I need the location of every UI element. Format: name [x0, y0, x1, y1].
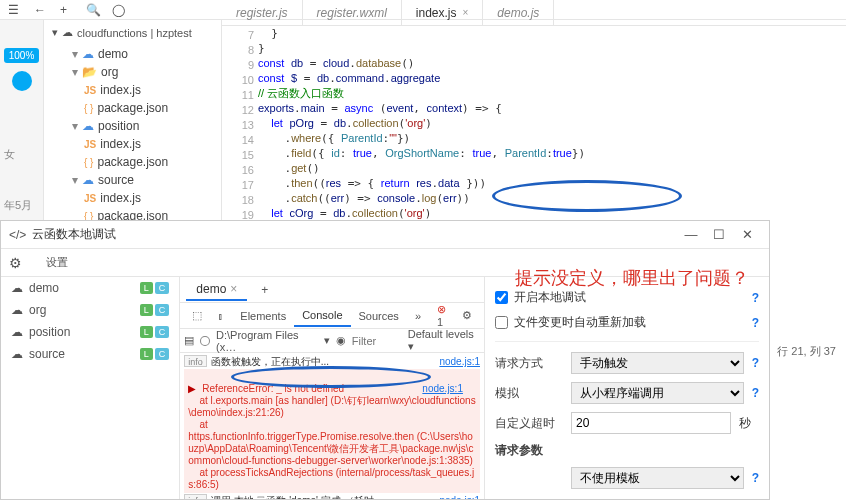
status-bar: 行 21, 列 37 [767, 340, 846, 363]
close-tab-icon[interactable]: × [463, 7, 469, 18]
dev-gear-icon[interactable]: ⚙ [454, 305, 480, 326]
enable-local-debug-row: 开启本地调试 ? [495, 285, 759, 310]
enable-local-checkbox[interactable] [495, 291, 508, 304]
tree-item-package-json[interactable]: { } package.json [44, 99, 221, 117]
tree-item-source[interactable]: ▾ ☁ source [44, 171, 221, 189]
fn-item-demo[interactable]: ☁ demoLC [1, 277, 179, 299]
avatar-icon[interactable] [12, 71, 32, 91]
chevron-down-icon: ▾ [52, 26, 58, 39]
tree-item-index-js[interactable]: JS index.js [44, 189, 221, 207]
cloud-icon: ☁ [11, 325, 23, 339]
code-editor: register.jsregister.wxmlindex.js ×demo.j… [222, 0, 846, 225]
help-icon[interactable]: ? [752, 356, 759, 370]
file-explorer: ▾ ☁ cloudfunctions | hzptest ▾ ☁ demo▾ 📂… [44, 20, 222, 225]
auto-reload-row: 文件变更时自动重新加载 ? [495, 310, 759, 335]
cloud-icon: ☁ [11, 347, 23, 361]
tab-sources[interactable]: Sources [351, 306, 407, 326]
levels-select[interactable]: Default levels ▾ [408, 328, 480, 353]
back-icon[interactable]: ← [34, 3, 48, 17]
gear-icon[interactable]: ⚙ [9, 255, 22, 271]
close-icon[interactable]: ✕ [733, 227, 761, 242]
explorer-header[interactable]: ▾ ☁ cloudfunctions | hzptest [44, 20, 221, 45]
tree-item-org[interactable]: ▾ 📂 org [44, 63, 221, 81]
console-output[interactable]: info函数被触发，正在执行中...node.js:1 ▶ ReferenceE… [180, 353, 484, 499]
cloud-icon: ☁ [62, 26, 73, 39]
label-date: 年5月 [4, 198, 39, 213]
debug-settings-panel: 开启本地调试 ? 文件变更时自动重新加载 ? 请求方式手动触发? 模拟从小程序端… [485, 277, 769, 499]
error-block: ▶ ReferenceError: _ is not defined node.… [184, 369, 480, 493]
tree-item-index-js[interactable]: JS index.js [44, 135, 221, 153]
compass-icon[interactable]: ◯ [112, 3, 126, 17]
tree-item-index-js[interactable]: JS index.js [44, 81, 221, 99]
tree-item-position[interactable]: ▾ ☁ position [44, 117, 221, 135]
devtools-panel: demo× + ⬚ ⫾ Elements Console Sources » ⊗… [180, 277, 485, 499]
minimize-icon[interactable]: — [677, 227, 705, 242]
device-icon[interactable]: ⫾ [210, 306, 232, 326]
more-icon[interactable]: » [407, 306, 429, 326]
cloud-debug-window: </> 云函数本地调试 — ☐ ✕ ⚙ 设置 提示没定义，哪里出了问题？ ☁ d… [0, 220, 770, 500]
path-select[interactable]: D:\Program Files (x… [216, 329, 318, 353]
stop-icon[interactable] [200, 336, 210, 346]
devtools-tabs: ⬚ ⫾ Elements Console Sources » ⊗ 1 ⚙ [180, 303, 484, 329]
debug-titlebar: </> 云函数本地调试 — ☐ ✕ [1, 221, 769, 249]
code-content[interactable]: } } const db = cloud.database() const $ … [258, 26, 598, 251]
tab-elements[interactable]: Elements [232, 306, 294, 326]
filter-input[interactable] [352, 335, 402, 347]
log-line: info调用 本地 云函数 'demo' 完成 （耗时node.js:1 [184, 494, 480, 499]
fn-item-org[interactable]: ☁ orgLC [1, 299, 179, 321]
help-icon[interactable]: ? [752, 291, 759, 305]
editor-tab-register-js[interactable]: register.js [222, 0, 303, 25]
timeout-input[interactable] [571, 412, 731, 434]
log-line: info函数被触发，正在执行中...node.js:1 [184, 355, 480, 368]
sidebar-toggle-icon[interactable]: ▤ [184, 334, 194, 347]
tree-item-demo[interactable]: ▾ ☁ demo [44, 45, 221, 63]
editor-tab-register-wxml[interactable]: register.wxml [303, 0, 402, 25]
close-tab-icon[interactable]: × [230, 282, 237, 296]
cloud-icon: ☁ [11, 303, 23, 317]
settings-label[interactable]: 设置 [46, 255, 68, 270]
help-icon[interactable]: ? [752, 316, 759, 330]
request-mode-select[interactable]: 手动触发 [571, 352, 744, 374]
help-icon[interactable]: ? [752, 386, 759, 400]
menu-icon[interactable]: ☰ [8, 3, 22, 17]
battery-badge: 100% [4, 48, 39, 63]
fn-item-source[interactable]: ☁ sourceLC [1, 343, 179, 365]
tab-console[interactable]: Console [294, 305, 350, 327]
help-icon[interactable]: ? [752, 471, 759, 485]
label-gender: 女 [4, 147, 39, 162]
tab-demo[interactable]: demo× [186, 279, 247, 301]
tree-item-package-json[interactable]: { } package.json [44, 153, 221, 171]
editor-tabs: register.jsregister.wxmlindex.js ×demo.j… [222, 0, 846, 26]
fn-item-position[interactable]: ☁ positionLC [1, 321, 179, 343]
inspect-icon[interactable]: ⬚ [184, 305, 210, 326]
fwd-icon[interactable]: + [60, 3, 74, 17]
function-list: ☁ demoLC☁ orgLC☁ positionLC☁ sourceLC [1, 277, 180, 499]
eye-icon[interactable]: ◉ [336, 334, 346, 347]
maximize-icon[interactable]: ☐ [705, 227, 733, 242]
template-select[interactable]: 不使用模板 [571, 467, 744, 489]
editor-tab-demo-js[interactable]: demo.js [483, 0, 554, 25]
add-tab[interactable]: + [251, 280, 278, 300]
editor-tab-index-js[interactable]: index.js × [402, 0, 484, 25]
search-icon[interactable]: 🔍 [86, 3, 100, 17]
code-icon: </> [9, 228, 26, 242]
simulate-select[interactable]: 从小程序端调用 [571, 382, 744, 404]
console-filter: ▤ D:\Program Files (x…▾ ◉ Default levels… [180, 329, 484, 353]
auto-reload-checkbox[interactable] [495, 316, 508, 329]
cloud-icon: ☁ [11, 281, 23, 295]
